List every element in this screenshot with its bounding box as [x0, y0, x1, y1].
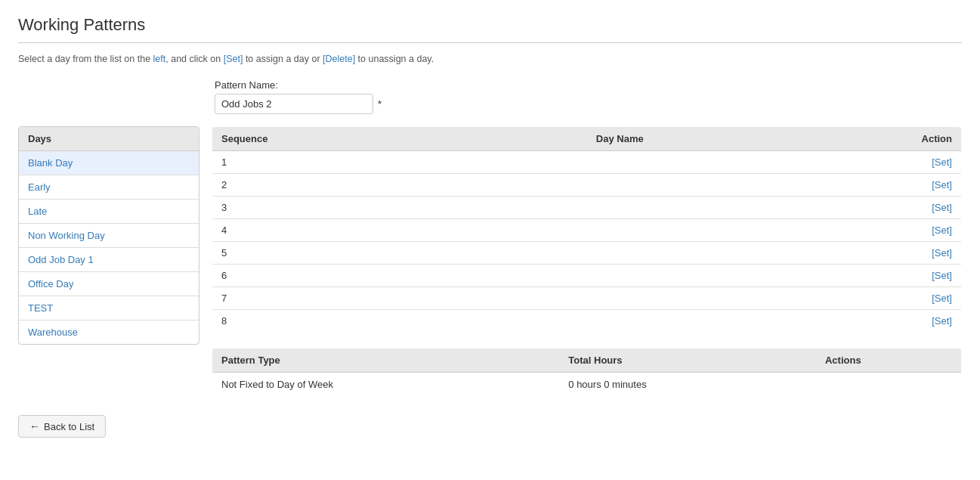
table-row: 3 [Set]	[212, 197, 962, 219]
pattern-type-table-body: Not Fixed to Day of Week 0 hours 0 minut…	[212, 373, 962, 397]
seq-action[interactable]: [Set]	[756, 287, 961, 310]
seq-number: 2	[212, 174, 484, 197]
col-header-sequence: Sequence	[212, 127, 484, 151]
col-header-pattern-type: Pattern Type	[212, 348, 560, 373]
total-hours-value: 0 hours 0 minutes	[559, 373, 816, 397]
seq-day-name	[483, 287, 756, 310]
table-row: Not Fixed to Day of Week 0 hours 0 minut…	[212, 373, 962, 397]
set-link[interactable]: [Set]	[932, 202, 952, 213]
seq-action[interactable]: [Set]	[756, 310, 961, 333]
back-to-list-button[interactable]: ← Back to List	[18, 415, 106, 438]
list-item[interactable]: Early	[19, 175, 199, 200]
seq-day-name	[483, 265, 756, 287]
day-link-test[interactable]: TEST	[19, 296, 199, 320]
main-layout: Days Blank Day Early Late Non Working Da…	[18, 126, 962, 397]
list-item[interactable]: Odd Job Day 1	[19, 248, 199, 272]
pattern-actions	[816, 373, 962, 397]
table-row: 4 [Set]	[212, 219, 962, 242]
col-header-total-hours: Total Hours	[559, 348, 816, 373]
seq-day-name	[483, 310, 756, 333]
back-arrow-icon: ←	[29, 420, 40, 432]
seq-number: 8	[212, 310, 484, 333]
days-list: Blank Day Early Late Non Working Day Odd…	[19, 151, 199, 344]
day-link-early[interactable]: Early	[19, 175, 199, 199]
col-header-action: Action	[756, 127, 961, 151]
list-item[interactable]: Blank Day	[19, 151, 199, 175]
list-item[interactable]: Non Working Day	[19, 224, 199, 248]
seq-day-name	[483, 242, 756, 265]
seq-action[interactable]: [Set]	[756, 174, 961, 197]
seq-action[interactable]: [Set]	[756, 219, 961, 242]
seq-number: 7	[212, 287, 484, 310]
sequence-table-header-row: Sequence Day Name Action	[212, 127, 962, 151]
pattern-name-group: Pattern Name: *	[215, 79, 382, 114]
title-divider	[18, 42, 962, 43]
back-to-list-label: Back to List	[44, 421, 94, 432]
list-item[interactable]: TEST	[19, 296, 199, 321]
right-panel: Sequence Day Name Action 1 [Set] 2 [Set]…	[212, 126, 962, 397]
table-row: 8 [Set]	[212, 310, 962, 333]
days-panel: Days Blank Day Early Late Non Working Da…	[18, 126, 199, 345]
table-row: 6 [Set]	[212, 265, 962, 287]
seq-day-name	[483, 174, 756, 197]
set-link[interactable]: [Set]	[932, 315, 952, 327]
seq-day-name	[483, 197, 756, 219]
set-link[interactable]: [Set]	[932, 225, 952, 236]
seq-number: 4	[212, 219, 484, 242]
seq-number: 6	[212, 265, 484, 287]
table-row: 1 [Set]	[212, 151, 962, 174]
day-link-odd-job-day-1[interactable]: Odd Job Day 1	[19, 248, 199, 271]
pattern-name-input-row: *	[215, 94, 382, 114]
seq-number: 3	[212, 197, 484, 219]
table-row: 2 [Set]	[212, 174, 962, 197]
seq-number: 5	[212, 242, 484, 265]
table-row: 7 [Set]	[212, 287, 962, 310]
set-link[interactable]: [Set]	[932, 156, 952, 168]
pattern-type-value: Not Fixed to Day of Week	[212, 373, 560, 397]
seq-action[interactable]: [Set]	[756, 265, 961, 287]
day-link-office-day[interactable]: Office Day	[19, 272, 199, 296]
pattern-name-section: Pattern Name: *	[215, 79, 962, 114]
seq-day-name	[483, 151, 756, 174]
seq-action[interactable]: [Set]	[756, 151, 961, 174]
seq-number: 1	[212, 151, 484, 174]
seq-action[interactable]: [Set]	[756, 242, 961, 265]
page-title: Working Patterns	[18, 15, 962, 35]
pattern-type-table: Pattern Type Total Hours Actions Not Fix…	[212, 348, 962, 397]
day-link-non-working-day[interactable]: Non Working Day	[19, 224, 199, 247]
list-item[interactable]: Office Day	[19, 272, 199, 296]
pattern-name-input[interactable]	[215, 94, 373, 114]
col-header-actions: Actions	[816, 348, 962, 373]
sequence-table: Sequence Day Name Action 1 [Set] 2 [Set]…	[212, 126, 962, 333]
days-panel-header: Days	[19, 127, 199, 151]
sequence-table-body: 1 [Set] 2 [Set] 3 [Set] 4 [Set] 5 [Set] …	[212, 151, 962, 333]
instruction-text: Select a day from the list on the left, …	[18, 54, 962, 64]
list-item[interactable]: Warehouse	[19, 321, 199, 344]
table-row: 5 [Set]	[212, 242, 962, 265]
required-star: *	[378, 98, 382, 110]
seq-day-name	[483, 219, 756, 242]
pattern-name-label: Pattern Name:	[215, 79, 382, 91]
set-link[interactable]: [Set]	[932, 293, 952, 304]
seq-action[interactable]: [Set]	[756, 197, 961, 219]
set-link[interactable]: [Set]	[932, 270, 952, 281]
day-link-warehouse[interactable]: Warehouse	[19, 321, 199, 344]
pattern-type-header-row: Pattern Type Total Hours Actions	[212, 348, 962, 373]
set-link[interactable]: [Set]	[932, 179, 952, 190]
set-link[interactable]: [Set]	[932, 247, 952, 259]
list-item[interactable]: Late	[19, 200, 199, 224]
day-link-blank-day[interactable]: Blank Day	[19, 151, 199, 175]
day-link-late[interactable]: Late	[19, 200, 199, 223]
col-header-day-name: Day Name	[483, 127, 756, 151]
